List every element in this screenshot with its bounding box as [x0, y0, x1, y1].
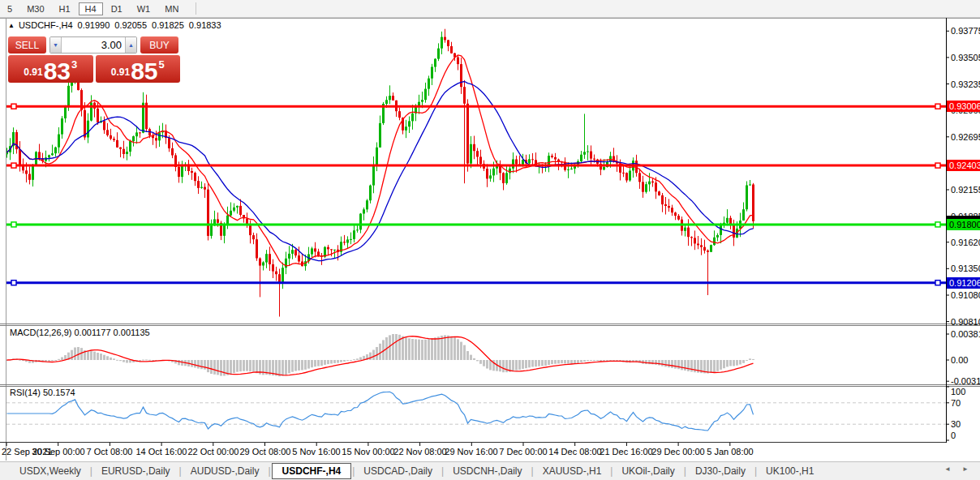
- hline-0.91206[interactable]: [6, 281, 946, 285]
- rsi-tick-label: 70: [951, 398, 961, 408]
- chart-tab-eurusd-daily[interactable]: EURUSD-,Daily: [93, 464, 178, 478]
- price-tick-label: 0.91620: [951, 238, 980, 247]
- macd-tick-label: -0.003115: [951, 376, 980, 386]
- price-tick-label: 0.92155: [951, 185, 980, 195]
- price-tick-label: 0.93775: [951, 26, 980, 36]
- ma-fast-line: [7, 55, 754, 266]
- buy-price-button[interactable]: 0.91 85 5: [96, 55, 181, 83]
- hline-price-label: 0.91800: [947, 219, 980, 230]
- volume-decrease-icon[interactable]: ▼: [50, 37, 62, 53]
- quote-high: 0.92055: [114, 20, 147, 30]
- buy-price-sup: 5: [159, 58, 165, 71]
- chart-tab-usdcnh-daily[interactable]: USDCNH-,Daily: [445, 464, 530, 478]
- buy-price-prefix: 0.91: [111, 66, 130, 78]
- chart-tab-dj30-daily[interactable]: DJ30-,Daily: [687, 464, 754, 478]
- timeframe-button-d1[interactable]: D1: [105, 2, 129, 15]
- macd-label: MACD(12,26,9) 0.001177 0.001135: [10, 328, 150, 337]
- timeframe-button-5[interactable]: 5: [1, 2, 19, 15]
- quote-close: 0.91833: [189, 20, 221, 30]
- chart-tab-xauusd-h1[interactable]: XAUUSD-,H1: [535, 464, 610, 478]
- rsi-label: RSI(14) 50.1574: [10, 388, 75, 397]
- hline-price-label: 0.93006: [947, 101, 980, 112]
- chart-tab-ukoil-daily[interactable]: UKOil-,Daily: [613, 464, 682, 478]
- macd-tick-label: 0.00: [951, 355, 968, 365]
- rsi-tick-label: 30: [951, 419, 961, 429]
- price-tick-label: 0.92695: [951, 132, 980, 142]
- hline-price-label: 0.92403: [947, 160, 980, 171]
- chart-tab-uk100-h1[interactable]: UK100-,H1: [758, 464, 822, 478]
- chart-tab-usdchf-h4[interactable]: USDCHF-,H4: [272, 463, 352, 479]
- rsi-line: [7, 392, 754, 431]
- timeframe-button-m30[interactable]: M30: [20, 2, 50, 15]
- macd-tick-label: 0.003811: [951, 329, 980, 339]
- sell-button[interactable]: SELL: [8, 36, 46, 54]
- price-tick-label: 0.91080: [951, 290, 980, 300]
- time-tick-label: 5 Jan 08:00: [698, 447, 763, 456]
- chart-title: ▲ USDCHF-,H4 0.91990 0.92055 0.91825 0.9…: [8, 20, 226, 30]
- chart-tab-usdx-weekly[interactable]: USDX,Weekly: [11, 464, 89, 478]
- timeframe-button-h4[interactable]: H4: [79, 2, 103, 15]
- price-tick-label: 0.93235: [951, 79, 980, 89]
- chart-symbol: USDCHF-,H4: [19, 20, 73, 30]
- tab-scroll: ◄ ►: [935, 465, 969, 473]
- timeframe-button-mn[interactable]: MN: [158, 2, 185, 15]
- volume-increase-icon[interactable]: ▲: [125, 37, 136, 53]
- sell-price-sup: 3: [71, 58, 77, 71]
- timeframe-toolbar: 5M30H1H4D1W1MN: [0, 0, 980, 18]
- toolbar-separator: [196, 2, 196, 15]
- tab-scroll-right-icon[interactable]: ►: [962, 465, 969, 473]
- buy-price-big: 85: [131, 60, 157, 82]
- chart-tab-audusd-daily[interactable]: AUDUSD-,Daily: [183, 464, 268, 478]
- rsi-tick-label: 0: [951, 431, 956, 440]
- quote-open: 0.91990: [78, 20, 110, 30]
- chart-collapse-icon[interactable]: ▲: [8, 22, 15, 29]
- chart-tab-usdcad-daily[interactable]: USDCAD-,Daily: [355, 464, 441, 478]
- sell-price-prefix: 0.91: [24, 66, 42, 78]
- quote-low: 0.91825: [152, 20, 184, 30]
- sell-price-button[interactable]: 0.91 83 3: [8, 55, 93, 83]
- price-tick-label: 0.93505: [951, 53, 980, 62]
- timeframe-button-h1[interactable]: H1: [53, 2, 77, 15]
- timeframe-button-w1[interactable]: W1: [131, 2, 157, 15]
- chart-tab-bar: USDX,Weekly|EURUSD-,Daily|AUDUSD-,Daily|…: [0, 461, 980, 480]
- volume-input[interactable]: [62, 37, 125, 53]
- hline-0.91800[interactable]: [6, 222, 946, 227]
- price-tick-label: 0.90810: [951, 317, 980, 327]
- one-click-trade-panel: SELL ▼ ▲ BUY 0.91 83 3 0.91 85 5: [8, 36, 180, 83]
- volume-spinner: ▼ ▲: [49, 36, 137, 54]
- hline-0.92403[interactable]: [6, 163, 946, 168]
- buy-button[interactable]: BUY: [140, 36, 178, 54]
- tab-scroll-left-icon[interactable]: ◄: [944, 465, 951, 473]
- hline-price-label: 0.91206: [947, 277, 980, 289]
- sell-price-big: 83: [44, 60, 71, 82]
- rsi-tick-label: 100: [951, 387, 965, 396]
- price-tick-label: 0.91350: [951, 264, 980, 273]
